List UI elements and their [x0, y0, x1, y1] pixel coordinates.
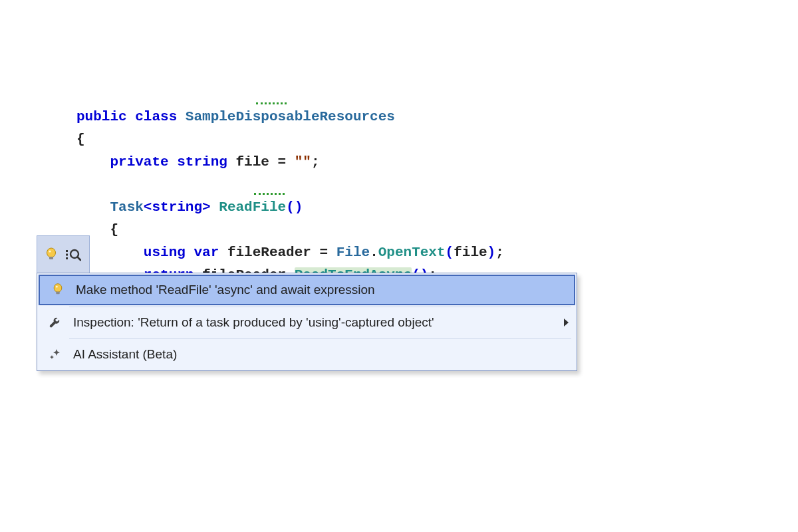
- sparkle-icon: [44, 348, 66, 361]
- var-filereader: fileReader: [227, 245, 311, 260]
- svg-rect-1: [49, 257, 53, 259]
- type-task: Task: [110, 200, 143, 215]
- method-opentext: OpenText: [378, 245, 446, 260]
- quickfix-item-label: AI Assistant (Beta): [73, 347, 569, 362]
- quickfix-gutter-pill[interactable]: [37, 235, 90, 273]
- lightbulb-icon: [47, 283, 69, 297]
- type-file: File: [336, 245, 370, 260]
- field-name: file: [235, 154, 269, 170]
- quickfix-item-label: Inspection: 'Return of a task produced b…: [73, 315, 559, 330]
- svg-rect-3: [66, 250, 68, 252]
- chevron-right-icon: [564, 319, 569, 327]
- svg-point-2: [49, 250, 51, 252]
- keyword-public: public: [76, 109, 127, 124]
- quickfix-item-inspection[interactable]: Inspection: 'Return of a task produced b…: [37, 307, 577, 338]
- keyword-private: private: [110, 154, 168, 170]
- keyword-using: using: [144, 245, 186, 260]
- code-editor[interactable]: public class SampleDisposableResources {…: [76, 83, 504, 287]
- brace: {: [76, 132, 85, 147]
- pencil-search-icon: [65, 248, 81, 261]
- lightbulb-icon: [45, 247, 57, 262]
- quickfix-item-label: Make method 'ReadFile' 'async' and await…: [76, 283, 566, 297]
- string-literal: "": [295, 154, 311, 170]
- svg-rect-9: [56, 292, 59, 295]
- hint-underline-classname: [256, 102, 287, 104]
- quickfix-popup: Make method 'ReadFile' 'async' and await…: [37, 273, 577, 371]
- quickfix-item-make-async[interactable]: Make method 'ReadFile' 'async' and await…: [39, 275, 575, 305]
- svg-rect-5: [66, 257, 68, 259]
- class-name: SampleDisposableResources: [186, 109, 395, 124]
- svg-line-7: [78, 257, 81, 260]
- svg-point-8: [54, 284, 62, 293]
- svg-point-10: [56, 286, 58, 288]
- svg-point-0: [47, 248, 56, 257]
- hint-underline-readfile: [254, 193, 285, 195]
- quickfix-item-ai-assistant[interactable]: AI Assistant (Beta): [37, 338, 577, 370]
- keyword-class: class: [135, 109, 177, 124]
- wrench-icon: [44, 316, 66, 329]
- keyword-string: string: [177, 154, 227, 170]
- svg-rect-4: [66, 253, 68, 255]
- keyword-var: var: [194, 245, 219, 260]
- method-name: ReadFile: [219, 200, 286, 215]
